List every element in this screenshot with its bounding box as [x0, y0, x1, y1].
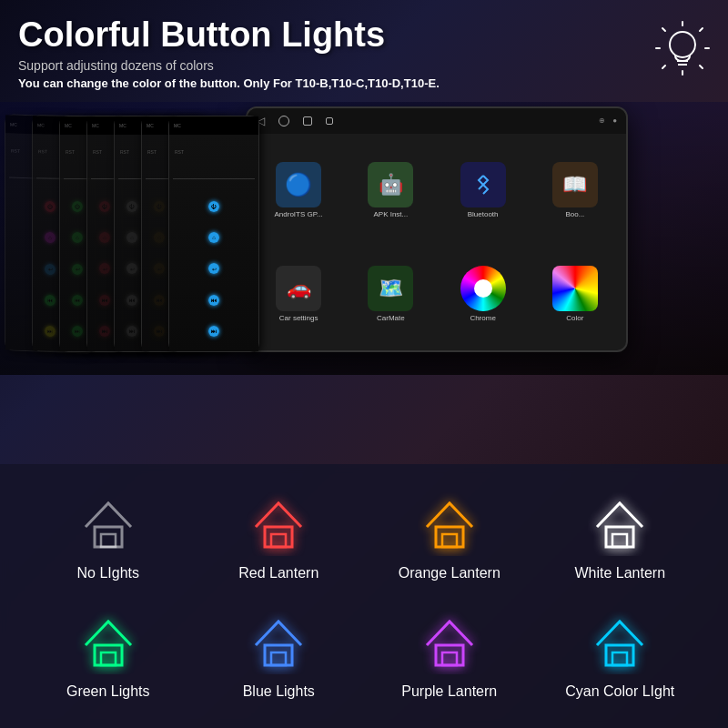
app-chrome-label: Chrome	[470, 314, 495, 322]
svg-rect-16	[442, 534, 457, 547]
app-gps: 🔵 AndroITS GP...	[255, 141, 342, 240]
house-icon-blue	[247, 611, 310, 674]
device-7: MC RST ⏻ ⌂ ↩ ⏮ ⏭	[168, 116, 259, 352]
svg-line-7	[662, 66, 665, 68]
svg-point-8	[670, 32, 695, 57]
house-icon-white	[588, 492, 652, 556]
lights-grid: No LIghts Red Lantern Orange Lantern	[0, 464, 728, 728]
house-icon-orange	[418, 492, 481, 556]
app-bt-label: Bluetooth	[468, 210, 499, 218]
label-red-lantern: Red Lantern	[238, 565, 318, 581]
svg-rect-19	[95, 645, 122, 665]
light-option-blue: Blue Lights	[198, 601, 360, 710]
label-green-lights: Green Lights	[66, 683, 150, 700]
app-car: 🚗 Car settings	[255, 244, 342, 343]
app-gps-label: AndroITS GP...	[275, 210, 323, 218]
light-option-cyan: Cyan Color LIght	[540, 601, 702, 710]
svg-rect-14	[271, 534, 286, 547]
app-book: 📖 Boo...	[531, 141, 619, 240]
app-color: Color	[531, 244, 619, 343]
house-icon-green	[76, 611, 140, 674]
status-wifi: ⊕	[599, 116, 605, 125]
nav-home-icon	[278, 116, 289, 126]
status-time: ●	[612, 116, 617, 125]
svg-line-6	[700, 28, 703, 31]
bulb-icon	[655, 16, 710, 79]
app-color-wheel: Chrome	[440, 244, 527, 343]
light-option-white: White Lantern	[540, 482, 702, 592]
subtitle2: You can change the color of the button. …	[18, 76, 440, 90]
main-content: Colorful Button Lights Support adjusting…	[0, 0, 728, 728]
svg-rect-15	[436, 527, 463, 547]
label-cyan-light: Cyan Color LIght	[565, 683, 674, 700]
svg-rect-13	[265, 527, 292, 547]
svg-rect-22	[271, 652, 286, 665]
light-option-red: Red Lantern	[198, 482, 360, 592]
light-option-orange: Orange Lantern	[369, 482, 531, 592]
subtitle: Support adjusting dozens of colors	[18, 58, 440, 73]
svg-rect-23	[436, 645, 463, 665]
android-nav-bar: ◁ ⊕ ●	[248, 108, 626, 134]
app-grid: 🔵 AndroITS GP... 🤖 APK Inst... Bluetooth	[248, 134, 626, 350]
header-section: Colorful Button Lights Support adjusting…	[0, 0, 728, 97]
svg-rect-17	[606, 527, 633, 547]
app-apk: 🤖 APK Inst...	[347, 141, 434, 240]
label-blue-lights: Blue Lights	[243, 683, 315, 700]
label-white-lantern: White Lantern	[574, 565, 665, 581]
house-icon-none	[76, 492, 140, 556]
app-color-label: Color	[566, 314, 583, 322]
house-icon-red	[247, 492, 310, 556]
svg-rect-25	[606, 645, 633, 665]
light-option-green: Green Lights	[27, 601, 189, 710]
svg-rect-26	[612, 652, 627, 665]
house-icon-cyan	[588, 611, 652, 674]
svg-rect-12	[101, 534, 116, 547]
app-carmate: 🗺️ CarMate	[347, 244, 434, 343]
svg-rect-24	[442, 652, 457, 665]
lights-section: No LIghts Red Lantern Orange Lantern	[0, 464, 728, 728]
devices-section: MC RST ⏻ ⌂ ↩ ⏮	[0, 102, 728, 375]
svg-line-4	[662, 28, 665, 31]
svg-rect-21	[265, 645, 292, 665]
app-carmate-label: CarMate	[377, 314, 405, 322]
svg-line-5	[700, 66, 703, 68]
app-book-label: Boo...	[565, 210, 584, 218]
label-orange-lantern: Orange Lantern	[399, 565, 500, 581]
app-bt: Bluetooth	[440, 141, 527, 240]
house-icon-purple	[418, 611, 481, 674]
light-option-no-lights: No LIghts	[27, 482, 189, 592]
svg-rect-20	[101, 652, 116, 665]
page-title: Colorful Button Lights	[18, 16, 440, 55]
svg-rect-11	[95, 527, 122, 547]
label-no-lights: No LIghts	[77, 565, 139, 581]
label-purple-lantern: Purple Lantern	[401, 683, 497, 700]
nav-recents-icon	[303, 116, 312, 126]
app-car-label: Car settings	[279, 314, 318, 322]
android-screen: ◁ ⊕ ● 🔵 AndroITS GP... 🤖 APK	[246, 106, 628, 352]
light-option-purple: Purple Lantern	[369, 601, 531, 710]
svg-rect-18	[612, 534, 627, 547]
nav-extra-icon	[326, 117, 333, 125]
app-apk-label: APK Inst...	[373, 210, 408, 218]
